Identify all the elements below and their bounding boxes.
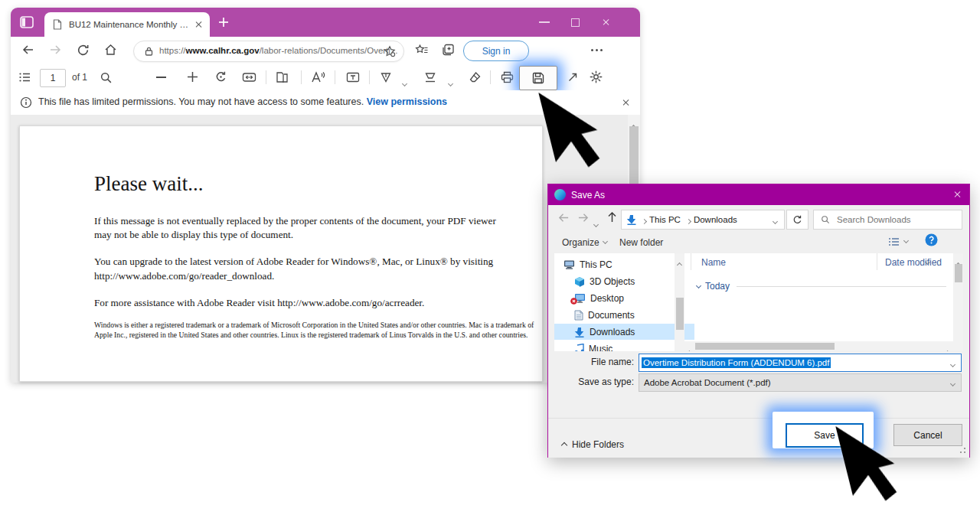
column-divider <box>691 253 691 270</box>
info-message: This file has limited permissions. You m… <box>38 96 447 107</box>
column-header-date-modified[interactable]: Date modified <box>885 257 942 268</box>
document-icon <box>53 19 62 30</box>
dialog-back-icon[interactable] <box>557 212 570 223</box>
save-as-type-value: Adobe Acrobat Document (*.pdf) <box>644 378 771 387</box>
toolbar-divider <box>369 70 370 84</box>
breadcrumb-downloads[interactable]: Downloads <box>694 215 737 224</box>
file-name-selected-text: Overtime Distribution Form (ADDENDUM 6).… <box>642 357 831 368</box>
print-icon[interactable] <box>501 71 514 83</box>
breadcrumb-dropdown-icon[interactable] <box>773 213 777 227</box>
pdf-page: Please wait... If this message is not ev… <box>19 125 543 382</box>
scroll-left-icon[interactable] <box>688 344 691 351</box>
home-icon[interactable] <box>104 44 117 56</box>
pdf-heading: Please wait... <box>20 126 542 196</box>
browser-window: BU12 Maintenance Monthly Ove https://www… <box>11 8 640 383</box>
page-count-label: of 1 <box>72 72 87 83</box>
sidebar-item-desktop[interactable]: Desktop <box>554 290 694 306</box>
list-horizontal-scrollbar[interactable] <box>684 341 953 351</box>
hide-folders-button[interactable]: Hide Folders <box>562 439 624 450</box>
save-icon <box>531 71 545 85</box>
desktop-icon <box>574 293 586 303</box>
collections-icon[interactable] <box>442 44 455 56</box>
scroll-right-icon[interactable] <box>946 344 949 351</box>
sign-in-button[interactable]: Sign in <box>463 41 529 61</box>
file-name-dropdown-icon[interactable] <box>951 356 955 370</box>
workspaces-icon[interactable] <box>20 16 34 28</box>
sync-error-badge-icon <box>570 298 577 305</box>
list-vertical-scrollbar[interactable] <box>953 253 963 351</box>
dialog-title-bar[interactable]: Save As <box>548 184 969 205</box>
scroll-up-icon[interactable] <box>678 256 681 270</box>
sidebar-scrollbar-thumb[interactable] <box>676 298 684 330</box>
organize-menu[interactable]: Organize <box>562 237 607 248</box>
draw-pen-icon[interactable] <box>380 71 392 83</box>
sidebar-scrollbar[interactable] <box>675 253 684 351</box>
toolbar-divider <box>490 70 491 84</box>
sidebar-item-documents[interactable]: Documents <box>554 307 694 323</box>
scroll-down-icon[interactable] <box>678 344 681 351</box>
column-header-name[interactable]: Name <box>701 257 726 268</box>
breadcrumb-this-pc[interactable]: This PC <box>649 215 681 224</box>
view-permissions-link[interactable]: View permissions <box>367 96 447 107</box>
lock-icon[interactable] <box>144 46 154 57</box>
downloads-folder-icon <box>626 214 637 225</box>
save-button-highlighted[interactable] <box>519 66 557 90</box>
downloads-icon <box>574 327 585 337</box>
refresh-button[interactable] <box>786 210 808 230</box>
draw-dropdown-icon[interactable] <box>403 75 407 89</box>
pdf-paragraph: You can upgrade to the latest version of… <box>20 255 511 282</box>
file-name-label: File name: <box>548 357 634 367</box>
info-icon <box>20 96 32 109</box>
zoom-out-icon[interactable] <box>156 77 166 78</box>
save-as-type-select[interactable]: Adobe Acrobat Document (*.pdf) <box>639 373 962 392</box>
up-folder-icon[interactable] <box>606 211 618 223</box>
rotate-icon[interactable] <box>214 70 227 83</box>
page-view-icon[interactable] <box>276 71 289 83</box>
highlighter-dropdown-icon[interactable] <box>449 75 452 89</box>
back-icon[interactable] <box>21 44 34 56</box>
tab-active[interactable]: BU12 Maintenance Monthly Ove <box>44 12 210 37</box>
group-header-today[interactable]: Today <box>697 281 730 292</box>
search-input[interactable] <box>835 214 946 225</box>
scroll-down-icon[interactable] <box>956 344 960 351</box>
sidebar-item-downloads[interactable]: Downloads <box>554 324 694 340</box>
file-name-input[interactable]: Overtime Distribution Form (ADDENDUM 6).… <box>639 354 962 372</box>
search-box[interactable] <box>813 210 962 230</box>
list-view-icon <box>888 236 900 247</box>
zoom-in-icon[interactable] <box>187 71 198 83</box>
resize-grip[interactable] <box>959 446 966 454</box>
save-as-type-dropdown-icon[interactable] <box>951 378 955 387</box>
more-menu-icon[interactable] <box>591 49 603 51</box>
dialog-title: Save As <box>571 190 605 200</box>
view-mode-button[interactable] <box>888 236 908 247</box>
favorites-hub-icon[interactable] <box>415 44 429 57</box>
help-icon[interactable] <box>925 233 938 246</box>
breadcrumb-bar[interactable]: This PC Downloads <box>621 210 785 230</box>
sidebar-item-this-pc[interactable]: This PC <box>554 256 684 272</box>
new-folder-button[interactable]: New folder <box>619 237 663 248</box>
fit-width-icon[interactable] <box>242 71 256 83</box>
column-divider <box>877 253 877 270</box>
address-bar[interactable]: https://www.calhr.ca.gov/labor-relations… <box>133 41 404 62</box>
reload-icon[interactable] <box>77 44 90 57</box>
horizontal-scrollbar-thumb[interactable] <box>695 343 835 350</box>
history-dropdown-icon[interactable] <box>594 216 598 230</box>
favorites-star-icon[interactable] <box>384 45 396 57</box>
thumbnails-icon[interactable] <box>18 71 31 83</box>
eraser-icon[interactable] <box>469 71 482 83</box>
forward-icon[interactable] <box>49 44 62 56</box>
search-icon[interactable] <box>100 71 113 84</box>
list-scrollbar-thumb[interactable] <box>955 264 962 282</box>
window-minimize-button[interactable] <box>539 21 550 23</box>
page-number-input[interactable]: 1 <box>40 69 66 87</box>
pdf-toolbar: 1 of 1 <box>11 64 640 91</box>
window-maximize-button[interactable] <box>571 18 580 27</box>
edge-logo-icon <box>554 189 566 200</box>
sidebar-item-3d-objects[interactable]: 3D Objects <box>554 273 694 289</box>
highlighter-icon[interactable] <box>424 71 436 83</box>
dialog-forward-icon[interactable] <box>577 212 590 223</box>
read-aloud-icon[interactable] <box>311 71 325 83</box>
add-text-icon[interactable] <box>346 71 360 83</box>
sidebar-item-music[interactable]: Music <box>554 341 694 351</box>
pdf-paragraph: If this message is not eventually replac… <box>20 214 511 242</box>
